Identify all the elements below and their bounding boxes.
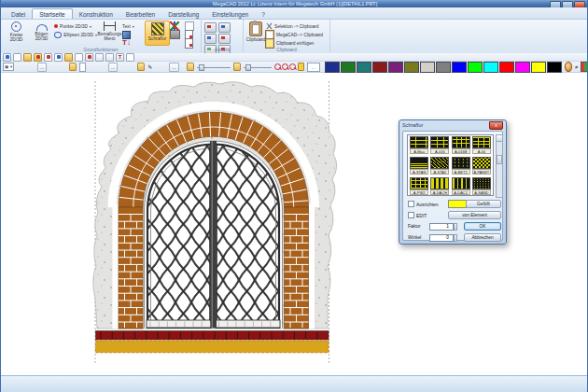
view-fit-button[interactable]: [218, 22, 231, 33]
winkel-input[interactable]: [429, 234, 454, 242]
pattern-chooser-icon[interactable]: [581, 62, 588, 72]
scroll-up-icon[interactable]: [497, 135, 502, 142]
tab-konstruktion[interactable]: Konstruktion: [73, 9, 119, 19]
layer-dropdown[interactable]: ▣▾: [3, 63, 14, 71]
pattern-swatch[interactable]: [410, 136, 428, 148]
document-icon[interactable]: [13, 53, 21, 62]
text-style-button[interactable]: [122, 31, 145, 38]
von-element-button[interactable]: von Element: [448, 211, 501, 219]
color-swatch[interactable]: [468, 62, 483, 73]
save-as-icon[interactable]: [54, 53, 63, 62]
pattern-item[interactable]: A-DACH: [429, 177, 450, 198]
dialog-titlebar[interactable]: Schraffur x: [399, 120, 506, 130]
text-button[interactable]: Text ▾: [122, 22, 145, 30]
import-icon[interactable]: [64, 53, 73, 62]
width-more-button[interactable]: ...: [169, 63, 178, 72]
open-recent-icon[interactable]: [34, 53, 42, 62]
ellipsen-button[interactable]: Ellipsen 2D/3D ▾: [54, 31, 97, 38]
tab-startseite[interactable]: Startseite: [32, 8, 72, 19]
layer-box-icon[interactable]: [79, 63, 86, 72]
pattern-swatch[interactable]: [430, 136, 449, 148]
pattern-swatch[interactable]: [430, 157, 449, 169]
clipboard-einfuegen-button[interactable]: Clipboard einfügen: [265, 39, 323, 47]
punkte-button[interactable]: Punkte 2D/3D ▾: [54, 22, 97, 30]
pattern-item[interactable]: A-DAC2: [451, 177, 471, 198]
color-swatch[interactable]: [531, 62, 546, 73]
dialog-close-icon[interactable]: x: [489, 121, 503, 130]
color-swatch[interactable]: [420, 62, 435, 73]
pattern-swatch[interactable]: [410, 177, 428, 189]
text-edit-button[interactable]: T↓: [122, 39, 145, 47]
open-icon[interactable]: [23, 53, 32, 62]
winkel-spinner[interactable]: [454, 234, 457, 242]
new-file-icon[interactable]: [3, 53, 11, 62]
pattern-item[interactable]: A-SAND: [471, 177, 492, 198]
tab-datei[interactable]: Datei: [5, 9, 32, 19]
pattern-swatch[interactable]: [452, 157, 470, 169]
clipboard-button[interactable]: Clipboard: [246, 21, 265, 47]
color-folder-icon[interactable]: [233, 63, 241, 71]
lock-icon[interactable]: [298, 63, 304, 71]
pattern-item[interactable]: A-PW2: [409, 177, 429, 198]
faktor-input[interactable]: [429, 223, 454, 231]
pattern-scrollbar[interactable]: [496, 134, 503, 198]
save-icon[interactable]: [44, 53, 52, 62]
current-value-field[interactable]: ...: [307, 63, 320, 72]
color-swatch[interactable]: [325, 62, 340, 73]
kreise-button[interactable]: Kreise 2D/3D: [4, 21, 29, 47]
tab-darstellung[interactable]: Darstellung: [161, 9, 205, 19]
text-tool-icon[interactable]: T: [116, 53, 124, 62]
schraffur-dialog[interactable]: Schraffur x A-Mau A-016 A-016B A-00 A-ST…: [399, 119, 507, 245]
redo-icon[interactable]: [105, 53, 114, 62]
color-swatch[interactable]: [372, 62, 387, 73]
pattern-swatch[interactable]: [452, 177, 470, 189]
gefuellt-button[interactable]: Gefüllt: [466, 200, 501, 208]
view-prev-button[interactable]: [218, 34, 231, 44]
linetype-more-button[interactable]: ...: [37, 63, 47, 72]
pen-folder-icon[interactable]: [137, 63, 145, 71]
pattern-swatch[interactable]: [472, 136, 491, 148]
pattern-item[interactable]: A-Mau: [409, 136, 429, 157]
tab-einstellungen[interactable]: Einstellungen: [205, 9, 255, 19]
width-folder-icon[interactable]: [187, 63, 194, 71]
export-icon[interactable]: [75, 53, 83, 62]
pattern-swatch[interactable]: [472, 177, 491, 189]
color-swatch[interactable]: [404, 62, 419, 73]
zoom-window-icon[interactable]: [289, 63, 294, 71]
bemassung-button[interactable]: Bemaßungs Menü: [97, 21, 122, 47]
attributes-icon[interactable]: ≠: [575, 63, 578, 72]
sheet2-button[interactable]: [185, 39, 197, 47]
edit-checkbox[interactable]: [408, 212, 414, 218]
fill-color-swatch[interactable]: [448, 200, 467, 208]
titlebar[interactable]: MegaCAD 2012 Lt: Lizenz Intern für Megat…: [1, 0, 588, 7]
pattern-item[interactable]: A-STA2: [429, 157, 450, 177]
pattern-item[interactable]: A-STAN: [409, 157, 429, 177]
preview-icon[interactable]: [126, 53, 134, 62]
color-swatch[interactable]: [341, 62, 356, 73]
color-swatch[interactable]: [388, 62, 403, 73]
faktor-spinner[interactable]: [454, 223, 457, 231]
color-swatch[interactable]: [357, 62, 371, 73]
pattern-swatch[interactable]: [430, 177, 449, 189]
schraffur-button[interactable]: Schraffur: [145, 21, 170, 46]
color-swatch[interactable]: [436, 62, 451, 73]
plot-icon[interactable]: [85, 53, 93, 62]
color-swatch[interactable]: [547, 62, 562, 73]
scroll-thumb[interactable]: [497, 155, 502, 164]
undo-icon[interactable]: [95, 53, 104, 62]
zoom-in-icon[interactable]: [274, 63, 279, 71]
linewidth-slider[interactable]: [197, 63, 230, 71]
pattern-swatch[interactable]: [472, 157, 491, 169]
pattern-swatch[interactable]: [452, 136, 470, 148]
pattern-item[interactable]: A-PAKET: [471, 157, 492, 177]
boegen-button[interactable]: Bögen 2D/3D: [29, 21, 54, 47]
pattern-item[interactable]: A-016: [429, 136, 450, 157]
pattern-swatch[interactable]: [410, 157, 428, 169]
color-picker-icon[interactable]: [565, 62, 572, 72]
pattern-item[interactable]: A-00: [471, 136, 492, 157]
solid-fill-button[interactable]: [170, 31, 185, 38]
pen-icon[interactable]: ✎: [147, 63, 152, 71]
view-window-button[interactable]: [204, 22, 217, 33]
color-hatch-button[interactable]: [170, 22, 185, 30]
view-zoom-button[interactable]: [204, 34, 217, 44]
